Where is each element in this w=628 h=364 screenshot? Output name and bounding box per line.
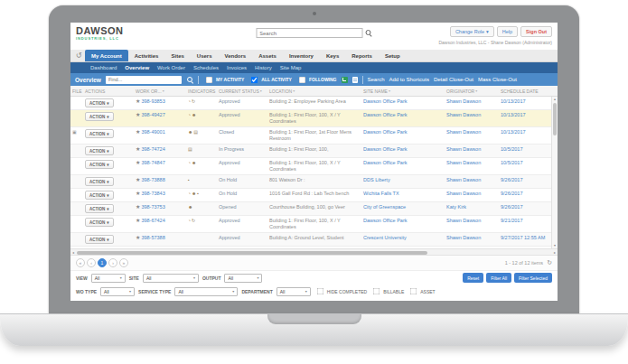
work-order-link[interactable]: 398-73753 [141, 204, 164, 210]
department-filter-select[interactable]: All▾ [277, 287, 311, 296]
subnav-dashboard[interactable]: Dashboard [90, 65, 117, 70]
table-row[interactable]: ACTION▾ ★398-74724 ▤ In Progress Buildin… [70, 145, 551, 158]
sort-caret-icon[interactable]: ▾ [163, 89, 164, 93]
table-row[interactable]: ACTION▾ ★398-73888 ▪ On Hold 801 Watson … [70, 175, 551, 189]
star-icon[interactable]: ★ [136, 129, 140, 135]
table-row[interactable]: ACTION▾ ★398-57388 Approved Building A: … [70, 233, 551, 247]
action-button[interactable]: ACTION▾ [85, 218, 114, 227]
tab-assets[interactable]: Assets [252, 50, 283, 61]
search-icon[interactable] [365, 30, 372, 37]
work-order-link[interactable]: 398-73888 [141, 177, 164, 182]
action-button[interactable]: ACTION▾ [85, 98, 114, 107]
originator-link[interactable]: Shawn Dawson [445, 235, 499, 241]
sort-caret-icon[interactable]: ▾ [260, 89, 262, 93]
work-order-link[interactable]: 398-57388 [141, 235, 164, 240]
action-button[interactable]: ACTION▾ [85, 160, 114, 169]
site-link[interactable]: Dawson Office Park [361, 146, 445, 153]
subnav-work-order[interactable]: Work Order [157, 65, 185, 70]
site-filter-select[interactable]: All▾ [143, 274, 199, 283]
star-icon[interactable]: ★ [136, 191, 140, 196]
action-button[interactable]: ACTION▾ [85, 129, 114, 138]
site-link[interactable]: City of Greenspace [361, 204, 445, 210]
billable-checkbox[interactable]: BILLABLE [370, 285, 404, 297]
work-order-link[interactable]: 398-73843 [141, 191, 164, 196]
all-activity-checkbox[interactable]: ALL ACTIVITY [248, 74, 292, 86]
work-order-link[interactable]: 398-93853 [141, 98, 164, 104]
star-icon[interactable]: ★ [136, 204, 140, 210]
originator-link[interactable]: Shawn Dawson [445, 112, 499, 118]
action-button[interactable]: ACTION▾ [85, 191, 114, 200]
subnav-history[interactable]: History [255, 65, 272, 70]
billable-checkbox-input[interactable] [373, 288, 380, 295]
refresh-icon[interactable]: ↻ [547, 259, 552, 266]
table-row[interactable]: ACTION▾ ★398-74847 ◔☻ Approved Building … [70, 158, 551, 175]
originator-link[interactable]: Shawn Dawson [445, 160, 499, 166]
tab-reports[interactable]: Reports [345, 50, 379, 61]
horizontal-scrollbar[interactable]: ◂ ▸ [70, 248, 558, 256]
attachment-icon[interactable]: ▣ [72, 129, 77, 135]
hide-completed-checkbox[interactable]: HIDE COMPLETED [314, 285, 367, 297]
work-order-link[interactable]: 398-49427 [141, 112, 164, 117]
col-originator[interactable]: ORIGINATOR▾ [445, 89, 499, 94]
col-work-order[interactable]: WORK OR...▾ [134, 89, 186, 94]
table-row[interactable]: ACTION▾ ★398-49427 ◔☻ Approved Building … [70, 110, 551, 127]
tab-keys[interactable]: Keys [320, 50, 345, 61]
next-page-button[interactable]: › [108, 258, 117, 267]
first-page-button[interactable]: « [76, 258, 85, 267]
subnav-schedules[interactable]: Schedules [193, 65, 219, 70]
scroll-up-icon[interactable]: ▲ [552, 97, 558, 102]
action-button[interactable]: ACTION▾ [85, 204, 114, 213]
output-filter-select[interactable]: All▾ [224, 274, 262, 283]
vertical-scroll-thumb[interactable] [553, 103, 557, 135]
wo-type-filter-select[interactable]: All▾ [100, 287, 135, 296]
help-button[interactable]: Help [497, 26, 518, 37]
subnav-invoices[interactable]: Invoices [227, 65, 247, 70]
site-link[interactable]: DDS Liberty [361, 177, 445, 183]
tab-activities[interactable]: Activities [128, 50, 165, 61]
site-link[interactable]: Dawson Office Park [361, 218, 445, 224]
work-order-link[interactable]: 398-74847 [141, 160, 164, 165]
asset-checkbox-input[interactable] [410, 288, 417, 295]
asset-checkbox[interactable]: ASSET [408, 285, 435, 297]
filter-selected-button[interactable]: Filter Selected [514, 273, 552, 283]
sort-caret-icon[interactable]: ▾ [389, 89, 390, 93]
horizontal-scroll-thumb[interactable] [77, 251, 427, 255]
table-row[interactable]: ACTION▾ ★398-73753 ☻ Opened Courthouse B… [70, 202, 551, 216]
filter-all-button[interactable]: Filter All [486, 273, 511, 283]
sort-caret-icon[interactable]: ▾ [293, 89, 295, 93]
originator-link[interactable]: Shawn Dawson [445, 146, 499, 153]
reset-button[interactable]: Reset [463, 273, 483, 283]
originator-link[interactable]: Shawn Dawson [445, 191, 499, 197]
my-activity-checkbox[interactable]: MY ACTIVITY [203, 74, 244, 86]
detail-close-out-link[interactable]: Detail Close-Out [434, 77, 473, 82]
col-schedule-date[interactable]: SCHEDULE DATE [499, 89, 551, 94]
search-link[interactable]: Search [368, 77, 385, 82]
col-actions[interactable]: ACTIONS [83, 89, 134, 94]
action-button[interactable]: ACTION▾ [85, 112, 114, 121]
table-row[interactable]: ACTION▾ ★398-67424 ◔↻ Approved Building … [70, 216, 551, 233]
mass-close-out-link[interactable]: Mass Close-Out [478, 77, 517, 82]
work-order-link[interactable]: 398-67424 [141, 218, 164, 223]
originator-link[interactable]: Shawn Dawson [445, 177, 499, 183]
find-search-icon[interactable] [187, 77, 193, 83]
site-link[interactable]: Dawson Office Park [361, 98, 445, 105]
excel-export-icon[interactable] [342, 77, 348, 83]
site-link[interactable]: Dawson Office Park [361, 129, 445, 135]
star-icon[interactable]: ★ [136, 218, 140, 223]
sort-caret-icon[interactable]: ▾ [475, 89, 477, 93]
following-checkbox[interactable]: FOLLOWING [296, 74, 337, 86]
star-icon[interactable]: ★ [136, 98, 140, 104]
tab-sites[interactable]: Sites [164, 50, 190, 61]
table-row[interactable]: ACTION▾ ★398-73843 ◔☻▪ On Hold 1016 Gall… [70, 189, 551, 202]
global-search-input[interactable] [256, 28, 362, 38]
find-input[interactable] [106, 76, 182, 84]
site-link[interactable]: Wichita Falls TX [361, 191, 445, 197]
tab-setup[interactable]: Setup [379, 50, 407, 61]
sign-out-button[interactable]: Sign Out [520, 26, 552, 37]
prev-page-button[interactable]: ‹ [87, 258, 96, 267]
col-indicators[interactable]: INDICATORS [186, 89, 217, 94]
col-file[interactable]: FILE [70, 89, 83, 94]
site-link[interactable]: Dawson Office Park [361, 112, 445, 118]
service-type-filter-select[interactable]: All▾ [174, 287, 238, 296]
site-link[interactable]: Dawson Office Park [361, 160, 445, 166]
